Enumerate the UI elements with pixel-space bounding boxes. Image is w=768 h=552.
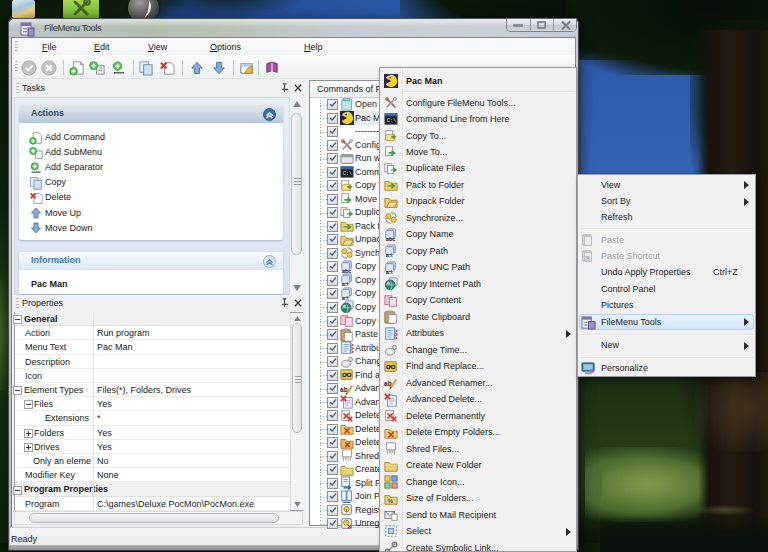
svg-text:%: % [388,497,394,504]
svg-text:ab: ab [340,385,348,392]
svg-text:a:\: a:\ [386,252,393,258]
svg-text:a:\: a:\ [386,269,393,275]
svg-text:C:\: C:\ [343,171,352,177]
svg-text:abc: abc [386,236,396,242]
svg-text:C:\: C:\ [387,118,396,124]
svg-text:ab: ab [384,380,392,387]
